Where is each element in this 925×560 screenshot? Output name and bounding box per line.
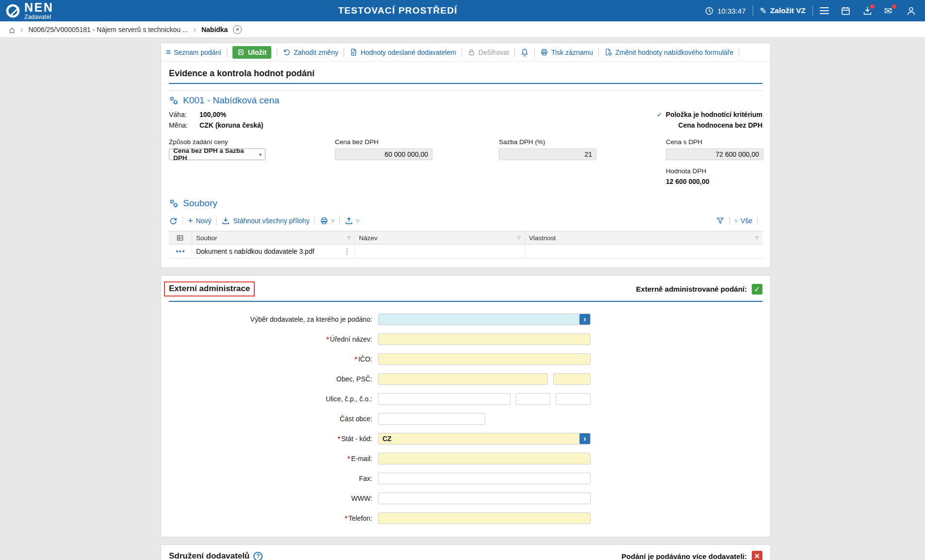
column-soubor: Soubor ▽ (192, 231, 355, 244)
telefon-label: *Telefon: (169, 514, 372, 522)
obec-input[interactable] (378, 373, 548, 385)
file-name: Dokument s nabídkou dodavatele 3.pdf (196, 247, 314, 255)
print-files-button[interactable]: ▽ (320, 216, 334, 225)
k001-form: Způsob zadání ceny Cena bez DPH a Sazba … (169, 138, 762, 193)
printer-icon (540, 48, 548, 56)
open-lookup-button[interactable]: › (579, 314, 590, 325)
clock-icon (705, 6, 714, 16)
topbar: NEN Zadavatel TESTOVACÍ PROSTŘEDÍ 10:33:… (0, 0, 925, 21)
notification-dot (892, 4, 896, 9)
clock: 10:33:47 (705, 6, 745, 16)
mena-label: Měna: (169, 121, 199, 129)
zpusob-zadani-label: Způsob zadání ceny (169, 138, 265, 146)
user-icon[interactable] (906, 6, 916, 16)
close-tab-icon[interactable]: × (233, 25, 242, 34)
sazba-dph-col: Sazba DPH (%) 21 (499, 138, 596, 160)
table-settings-icon[interactable] (169, 231, 192, 244)
caret-down-icon: ▽ (356, 219, 359, 223)
hodnota-dph-value: 12 600 000,00 (666, 178, 710, 185)
email-input[interactable] (378, 453, 591, 464)
filter-caret-icon[interactable]: ▽ (347, 235, 350, 240)
pencil-icon: ✎ (760, 6, 767, 16)
cislo-popisne-input[interactable] (516, 393, 550, 405)
breadcrumb-current[interactable]: Nabídka (201, 26, 228, 33)
undo-icon (282, 48, 291, 56)
gears-icon (169, 198, 179, 208)
ico-input[interactable] (378, 353, 591, 365)
checkbox-unchecked[interactable]: × (752, 551, 762, 560)
menu-icon[interactable] (820, 7, 829, 14)
uredni-nazev-input[interactable] (378, 333, 591, 345)
app-logo[interactable]: NEN Zadavatel (5, 1, 53, 20)
panel-externi-administrace: Externí administrace Externě administrov… (161, 275, 771, 537)
mail-icon[interactable]: ✉ (884, 6, 894, 16)
kriterium-flag: ✓ Položka je hodnotící kritérium (657, 111, 762, 118)
telefon-input[interactable] (378, 512, 591, 524)
hodnota-dph-label: Hodnota DPH (666, 167, 710, 175)
home-icon[interactable]: ⌂ (9, 25, 15, 34)
www-label: WWW: (169, 494, 372, 502)
breadcrumb-procurement-link[interactable]: N006/25/V00005181 - Nájem serverů s tech… (28, 26, 188, 33)
download-all-attachments-button[interactable]: Stáhnout všechny přílohy (221, 216, 309, 225)
export-files-button[interactable]: ▽ (345, 216, 359, 225)
zpusob-zadani-select[interactable]: Cena bez DPH a Sazba DPH ▾ (169, 148, 265, 160)
save-icon (237, 49, 245, 56)
ulice-input[interactable] (378, 393, 511, 405)
divider (534, 48, 535, 57)
divider (227, 48, 227, 57)
filter-icon[interactable] (716, 216, 725, 225)
www-input[interactable] (378, 493, 591, 504)
refresh-icon[interactable] (169, 216, 178, 225)
externe-administrovane-flag: Externě administrované podání: ✓ (636, 284, 762, 295)
divider (753, 5, 753, 16)
new-file-button[interactable]: + Nový (188, 216, 211, 225)
sazba-dph-label: Sazba DPH (%) (499, 138, 596, 146)
row-menu-icon[interactable] (176, 250, 184, 252)
uredni-nazev-label: *Úřední název: (169, 335, 372, 343)
divider (757, 217, 758, 225)
view-all-button[interactable]: ▽ Vše (735, 217, 752, 225)
downloads-icon[interactable] (862, 6, 873, 16)
filter-caret-icon[interactable]: ▽ (517, 235, 521, 240)
save-button[interactable]: Uložit (232, 46, 271, 59)
kebab-menu-icon[interactable]: ⋮ (343, 247, 350, 256)
filter-caret-icon[interactable]: ▽ (755, 235, 759, 240)
vaha-value: 100,00% (199, 111, 226, 118)
zpusob-zadani-col: Způsob zadání ceny Cena bez DPH a Sazba … (169, 138, 265, 160)
mena-row: Měna: CZK (koruna česká) Cena hodnocena … (161, 120, 770, 131)
calendar-icon[interactable] (841, 6, 851, 16)
divider (462, 48, 462, 57)
cislo-orientacni-input[interactable] (556, 393, 591, 405)
create-vz-button[interactable]: ✎ Založit VZ (760, 6, 806, 16)
chevron-down-icon: ▾ (259, 152, 262, 157)
lock-icon (467, 48, 476, 56)
sazba-dph-field: 21 (499, 148, 596, 160)
discard-changes-button[interactable]: Zahodit změny (282, 48, 338, 56)
chevron-right-icon: › (194, 25, 196, 34)
cast-obce-label: Část obce: (169, 415, 372, 423)
cast-obce-input[interactable] (378, 413, 485, 425)
document-icon (349, 48, 358, 56)
brand-role: Zadavatel (24, 14, 53, 20)
fax-input[interactable] (378, 473, 591, 484)
vyber-dodavatele-field (378, 313, 591, 325)
document-gear-icon (604, 48, 612, 56)
help-icon[interactable]: ? (253, 552, 263, 560)
print-record-button[interactable]: Tisk záznamu (540, 48, 593, 56)
cena-bez-dph-col: Cena bez DPH 60 000 000,00 (335, 138, 432, 160)
open-lookup-button[interactable]: › (579, 433, 590, 444)
vyber-dodavatele-label: Výběr dodavatele, za kterého je podáno: (169, 315, 372, 323)
change-form-values-button[interactable]: Změnit hodnoty nabídkového formuláře (604, 48, 734, 56)
seznam-podani-button[interactable]: ≡ Seznam podání (166, 48, 221, 56)
stat-kod-label: *Stát - kód: (169, 435, 372, 443)
table-row[interactable]: Dokument s nabídkou dodavatele 3.pdf ⋮ (169, 245, 762, 259)
supplier-values-button[interactable]: Hodnoty odeslané dodavatelem (349, 48, 456, 56)
divider (182, 217, 183, 225)
notifications-bell-icon[interactable] (520, 48, 529, 57)
psc-input[interactable] (553, 373, 591, 385)
cross-icon: × (755, 551, 760, 560)
list-icon: ≡ (166, 48, 171, 56)
checkbox-checked[interactable]: ✓ (752, 284, 762, 295)
email-label: *E-mail: (169, 455, 372, 462)
stat-kod-input[interactable] (378, 433, 591, 445)
